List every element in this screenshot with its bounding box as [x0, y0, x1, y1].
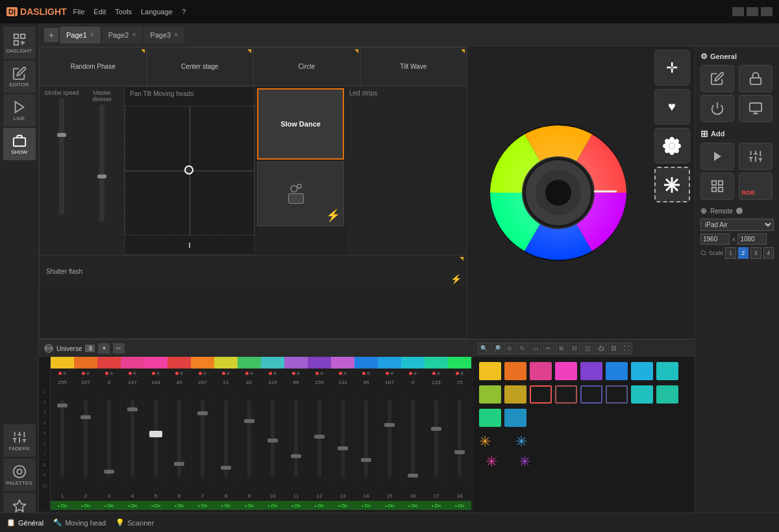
fader-on-5[interactable]: • On: [144, 501, 167, 510]
action-flower-button[interactable]: [654, 128, 690, 163]
color-wheel[interactable]: [487, 121, 630, 264]
fader-thumb-12[interactable]: [314, 435, 325, 439]
strobe-slider-track[interactable]: [59, 98, 64, 215]
sidebar-item-live[interactable]: LIVE: [3, 94, 36, 127]
action-heart-button[interactable]: ♥: [654, 89, 690, 125]
swatch-yellow[interactable]: [479, 362, 501, 380]
add-tab-button[interactable]: +: [44, 28, 58, 42]
power-grid-button[interactable]: ⏻: [595, 343, 606, 354]
fader-thumb-9[interactable]: [244, 419, 254, 423]
tab-page3[interactable]: Page3 ×: [143, 27, 184, 43]
tool3-button[interactable]: ◫: [582, 343, 593, 354]
color-wheel-svg[interactable]: [487, 121, 630, 264]
action-asterisk-button[interactable]: [654, 167, 690, 202]
swatch-outlined-red-2[interactable]: [555, 385, 577, 404]
extra-scene[interactable]: ⚡: [257, 162, 344, 226]
fader-thumb-4[interactable]: [127, 407, 138, 411]
fader-thumb-2[interactable]: [80, 415, 91, 419]
fader-thumb-16[interactable]: [408, 474, 418, 478]
language-menu[interactable]: Language: [141, 8, 173, 16]
swatch-pink[interactable]: [530, 362, 552, 380]
sidebar-item-show[interactable]: SHOW: [3, 128, 36, 160]
sidebar-item-faders[interactable]: FADERS: [3, 424, 36, 457]
add-play-button[interactable]: [700, 143, 734, 170]
fader-thumb-7[interactable]: [197, 411, 208, 415]
swatch-mint[interactable]: [656, 385, 678, 404]
star-purple[interactable]: ✳: [519, 453, 530, 470]
color-wheel-container[interactable]: [487, 121, 630, 264]
tab-close-page2[interactable]: ×: [132, 31, 136, 38]
swatch-green-yellow[interactable]: [479, 385, 501, 404]
swatch-blue[interactable]: [606, 362, 628, 380]
swatch-teal[interactable]: [656, 362, 678, 380]
fader-thumb-15[interactable]: [384, 423, 395, 427]
action-move-button[interactable]: ✛: [654, 50, 690, 86]
fader-thumb-8[interactable]: [221, 466, 231, 470]
master-slider-thumb[interactable]: [97, 175, 106, 178]
swatch-outlined-blue-2[interactable]: [606, 385, 628, 404]
swatch-purple[interactable]: [580, 362, 602, 380]
tab-close-page3[interactable]: ×: [174, 31, 178, 38]
star-pink[interactable]: ✳: [486, 453, 497, 470]
edit-menu[interactable]: Edit: [93, 8, 106, 16]
star-blue[interactable]: ✳: [515, 433, 527, 450]
scale-1-button[interactable]: 1: [725, 247, 736, 259]
zoom-in-button[interactable]: 🔍: [478, 343, 489, 354]
bottom-tab-scanner[interactable]: 💡 Scanner: [116, 518, 154, 527]
fader-on-12[interactable]: • On: [308, 501, 331, 510]
height-input[interactable]: [737, 234, 767, 245]
swatch-green[interactable]: [479, 409, 501, 427]
fader-on-6[interactable]: • On: [167, 501, 191, 510]
fader-on-2[interactable]: • On: [74, 501, 97, 510]
link-button[interactable]: ⛓: [608, 343, 619, 354]
fader-thumb-13[interactable]: [338, 446, 348, 450]
fader-thumb-5[interactable]: [149, 431, 162, 437]
fader-thumb-3[interactable]: [104, 470, 114, 474]
swatch-orange[interactable]: [504, 362, 526, 380]
help-menu[interactable]: ?: [182, 8, 186, 16]
universe-tool-button[interactable]: ✂: [113, 343, 125, 354]
pan-tilt-grid[interactable]: [125, 106, 254, 236]
swatch-outlined-blue-1[interactable]: [580, 385, 602, 404]
tools-menu[interactable]: Tools: [115, 8, 132, 16]
maximize-button[interactable]: [747, 7, 758, 16]
pan-tilt-dot[interactable]: [184, 165, 193, 175]
rotate-button[interactable]: ↻: [517, 343, 528, 354]
fader-on-8[interactable]: • On: [214, 501, 238, 510]
fader-on-13[interactable]: • On: [331, 501, 354, 510]
fader-on-14[interactable]: • On: [354, 501, 378, 510]
sidebar-item-palettes[interactable]: PALETTES: [3, 459, 36, 491]
slow-dance-scene[interactable]: Slow Dance: [257, 88, 344, 160]
display-button[interactable]: [739, 95, 773, 122]
device-select[interactable]: iPad Air: [700, 219, 774, 231]
minimize-button[interactable]: [732, 7, 744, 16]
fit-button[interactable]: ⊙: [504, 343, 515, 354]
swatch-olive[interactable]: [504, 385, 526, 404]
add-rgb-button[interactable]: RGB: [739, 173, 773, 200]
swatch-magenta[interactable]: [555, 362, 577, 380]
fader-thumb-17[interactable]: [431, 427, 441, 431]
scale-3-button[interactable]: 3: [750, 247, 761, 259]
fader-on-3[interactable]: • On: [97, 501, 121, 510]
fader-thumb-6[interactable]: [174, 462, 184, 466]
scale-4-button[interactable]: 4: [763, 247, 774, 259]
tab-close-page1[interactable]: ×: [90, 31, 94, 38]
fader-on-16[interactable]: • On: [401, 501, 425, 510]
scene-circle[interactable]: Circle: [253, 47, 360, 86]
fader-on-9[interactable]: • On: [238, 501, 261, 510]
fader-on-17[interactable]: • On: [425, 501, 448, 510]
master-slider-track[interactable]: [99, 104, 105, 221]
fader-on-10[interactable]: • On: [261, 501, 284, 510]
file-menu[interactable]: File: [73, 8, 85, 16]
fader-on-18[interactable]: • On: [448, 501, 471, 510]
width-input[interactable]: [700, 234, 730, 245]
scene-random-phase[interactable]: Random Phase: [40, 47, 147, 86]
bottom-tab-moving-head[interactable]: 🔦 Moving head: [53, 518, 106, 527]
swatch-outlined-red-1[interactable]: [530, 385, 552, 404]
lock-button[interactable]: [739, 65, 773, 92]
close-button[interactable]: [761, 7, 773, 16]
add-fader-button[interactable]: [739, 143, 773, 170]
fader-thumb-1[interactable]: [57, 404, 68, 407]
swatch-cyan[interactable]: [631, 362, 653, 380]
pan-tilt-area[interactable]: Pan Tilt Moving heads: [124, 86, 255, 255]
